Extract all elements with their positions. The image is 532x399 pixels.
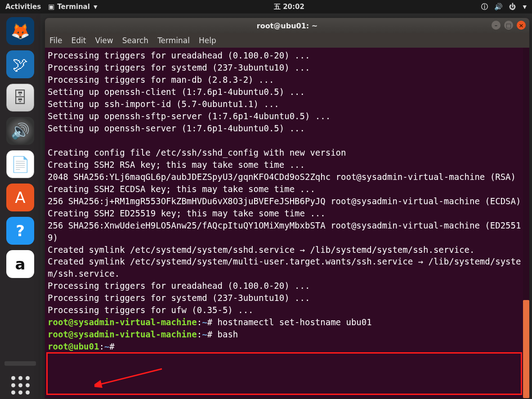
menu-file[interactable]: File: [49, 36, 62, 45]
terminal-small-icon: ▣: [48, 3, 54, 11]
window-close-button[interactable]: ×: [517, 21, 526, 30]
clock[interactable]: 五 20:02: [97, 3, 481, 11]
activities-button[interactable]: Activities: [5, 3, 41, 11]
power-icon[interactable]: ⏻: [509, 3, 516, 11]
menu-view[interactable]: View: [95, 36, 113, 45]
app-menu[interactable]: ▣ Terminal ▼: [48, 3, 97, 11]
window-minimize-button[interactable]: –: [492, 21, 501, 30]
chevron-down-icon: ▼: [94, 4, 97, 10]
volume-icon[interactable]: 🔊: [494, 3, 503, 11]
menu-edit[interactable]: Edit: [71, 36, 86, 45]
dock-help[interactable]: ?: [6, 217, 34, 245]
dock-firefox[interactable]: 🦊: [6, 17, 34, 45]
terminal-scrollbar[interactable]: [523, 48, 529, 398]
dock-libreoffice-writer[interactable]: 📄: [6, 150, 34, 178]
system-menu-chevron-icon[interactable]: ▼: [523, 4, 527, 10]
dock: 🦊 🕊 🗄 🔊 📄 A ? a: [0, 13, 40, 399]
dock-rhythmbox[interactable]: 🔊: [6, 117, 34, 145]
dock-thunderbird[interactable]: 🕊: [6, 50, 34, 78]
show-applications-button[interactable]: [6, 371, 34, 399]
accessibility-icon[interactable]: ⓘ: [481, 3, 488, 11]
dock-amazon[interactable]: a: [6, 250, 34, 278]
terminal-menubar: File Edit View Search Terminal Help: [45, 33, 529, 48]
dock-ubuntu-software[interactable]: A: [6, 184, 34, 211]
window-maximize-button[interactable]: □: [504, 21, 513, 30]
menu-help[interactable]: Help: [199, 36, 216, 45]
app-menu-label: Terminal: [57, 3, 90, 11]
window-title: root@ubu01: ~: [257, 22, 317, 30]
menu-search[interactable]: Search: [122, 36, 148, 45]
terminal-output[interactable]: Processing triggers for ureadahead (0.10…: [45, 48, 529, 398]
window-titlebar[interactable]: root@ubu01: ~ – □ ×: [45, 18, 529, 33]
dock-running-indicator[interactable]: [4, 361, 36, 366]
terminal-window: root@ubu01: ~ – □ × File Edit View Searc…: [45, 18, 529, 398]
gnome-top-panel: Activities ▣ Terminal ▼ 五 20:02 ⓘ 🔊 ⏻ ▼: [0, 0, 532, 13]
menu-terminal[interactable]: Terminal: [157, 36, 190, 45]
dock-files[interactable]: 🗄: [6, 84, 34, 112]
